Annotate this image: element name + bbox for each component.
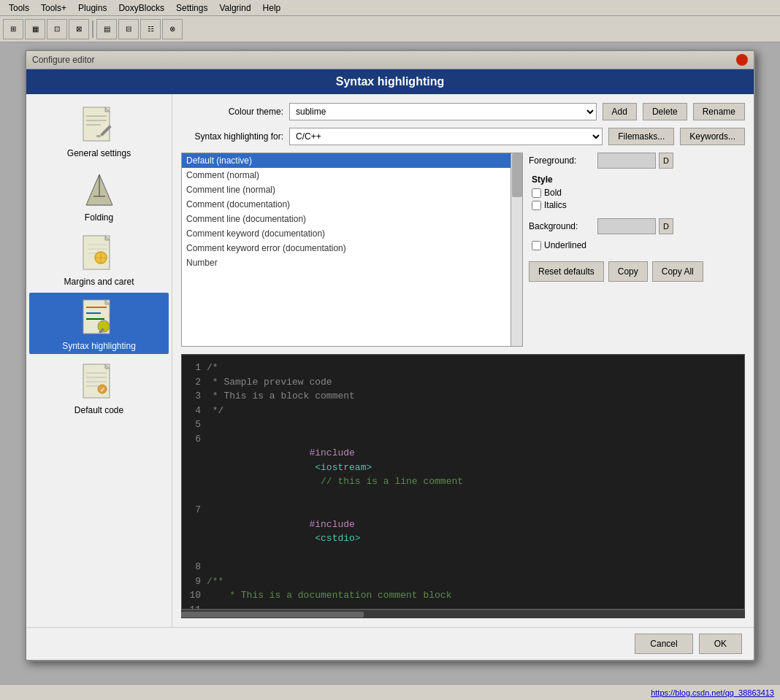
code-line-2: 2 * Sample preview code [182, 375, 744, 390]
dialog-body: General settings Folding [26, 94, 754, 627]
line-content-4: */ [207, 404, 741, 418]
toolbar-btn-1[interactable]: ⊞ [3, 19, 23, 39]
line-content-8 [207, 560, 741, 574]
line-content-2: * Sample preview code [207, 375, 741, 390]
statusbar-url[interactable]: https://blog.csdn.net/qq_38863413 [651, 688, 774, 697]
toolbar-btn-6[interactable]: ⊟ [118, 19, 139, 39]
italics-checkbox[interactable] [532, 201, 541, 210]
configure-editor-dialog: Configure editor Syntax highlighting [25, 50, 755, 661]
toolbar-btn-8[interactable]: ⊗ [162, 19, 183, 39]
background-color-box[interactable] [597, 218, 656, 234]
background-d-button[interactable]: D [659, 218, 673, 234]
style-checkboxes: Style Bold Italics [532, 174, 745, 212]
menu-valgrind[interactable]: Valgrind [213, 1, 256, 15]
italics-label[interactable]: Italics [544, 200, 567, 210]
toolbar: ⊞ ▦ ⊡ ⊠ ▤ ⊟ ☷ ⊗ [0, 16, 780, 42]
line-num-8: 8 [185, 560, 207, 574]
dialog-close-button[interactable] [736, 54, 748, 66]
toolbar-btn-5[interactable]: ▤ [96, 19, 117, 39]
reset-copy-row: Reset defaults Copy Copy All [529, 261, 745, 282]
line-num-4: 4 [185, 404, 207, 418]
toolbar-btn-3[interactable]: ⊡ [47, 19, 67, 39]
line-num-10: 10 [185, 588, 207, 603]
underlined-label[interactable]: Underlined [544, 240, 586, 250]
style-list-item-4[interactable]: Comment line (documentation) [182, 212, 511, 226]
style-list-item-7[interactable]: Number [182, 255, 511, 270]
svg-rect-26 [83, 364, 110, 398]
sidebar-label-syntax: Syntax highlighting [62, 341, 136, 351]
rename-button[interactable]: Rename [693, 103, 745, 120]
code-line-10: 10 * This is a documentation comment blo… [182, 588, 744, 603]
bold-label[interactable]: Bold [544, 188, 562, 198]
code-preview[interactable]: 1 /* 2 * Sample preview code 3 [181, 354, 745, 609]
line-num-2: 2 [185, 375, 207, 390]
line-num-6: 6 [185, 432, 207, 504]
style-list-scrollbar[interactable] [511, 153, 522, 346]
scrollbar-thumb[interactable] [512, 153, 522, 197]
toolbar-btn-4[interactable]: ⊠ [69, 19, 89, 39]
dialog-header: Syntax highlighting [26, 69, 754, 94]
sidebar: General settings Folding [26, 94, 172, 627]
line-num-5: 5 [185, 418, 207, 432]
bold-checkbox[interactable] [532, 188, 541, 198]
colour-theme-select[interactable]: sublime default dark [289, 103, 597, 120]
statusbar: https://blog.csdn.net/qq_38863413 [0, 684, 780, 700]
code-horizontal-scrollbar[interactable] [181, 609, 745, 618]
ok-button[interactable]: OK [699, 634, 742, 654]
sidebar-item-margins-and-caret[interactable]: Margins and caret [29, 228, 169, 290]
style-label: Style [532, 174, 745, 185]
underlined-row: Underlined [532, 240, 745, 250]
dialog-titlebar: Configure editor [26, 51, 754, 69]
sidebar-label-folding: Folding [85, 212, 113, 223]
code-line-11: 11 * @param xxx does this (this is the d… [182, 603, 744, 610]
margins-icon [77, 231, 121, 275]
copy-button[interactable]: Copy [608, 261, 648, 282]
code-scrollbar-thumb[interactable] [181, 612, 364, 618]
cancel-button[interactable]: Cancel [635, 634, 692, 654]
syntax-for-label: Syntax highlighting for: [181, 131, 283, 142]
code-line-8: 8 [182, 560, 744, 574]
style-list-item-0[interactable]: Default (inactive) [182, 153, 511, 168]
folding-icon [77, 167, 121, 211]
toolbar-btn-7[interactable]: ☷ [140, 19, 161, 39]
menu-help[interactable]: Help [257, 1, 287, 15]
style-list-item-5[interactable]: Comment keyword (documentation) [182, 226, 511, 241]
syntax-for-row: Syntax highlighting for: C/C++ Python Ja… [181, 128, 745, 145]
menu-tools[interactable]: Tools [3, 1, 35, 15]
filemasks-button[interactable]: Filemasks... [608, 128, 674, 145]
syntax-for-select[interactable]: C/C++ Python Java HTML [289, 128, 603, 145]
line-content-10: * This is a documentation comment block [207, 588, 741, 603]
dialog-header-text: Syntax highlighting [336, 75, 444, 88]
code-line-5: 5 [182, 418, 744, 432]
line-num-1: 1 [185, 361, 207, 375]
add-button[interactable]: Add [603, 103, 637, 120]
delete-button[interactable]: Delete [643, 103, 687, 120]
foreground-color-box[interactable] [597, 153, 656, 169]
style-list-item-2[interactable]: Comment line (normal) [182, 182, 511, 197]
sidebar-item-folding[interactable]: Folding [29, 164, 169, 226]
menu-doxyblocks[interactable]: DoxyBlocks [112, 1, 170, 15]
sidebar-item-general-settings[interactable]: General settings [29, 100, 169, 161]
menu-plugins[interactable]: Plugins [72, 1, 112, 15]
menu-settings[interactable]: Settings [170, 1, 213, 15]
underlined-checkbox[interactable] [532, 241, 541, 250]
copy-all-button[interactable]: Copy All [652, 261, 703, 282]
italics-row: Italics [532, 200, 745, 210]
background-row: Background: D [529, 218, 745, 234]
reset-defaults-button[interactable]: Reset defaults [529, 261, 604, 282]
svg-rect-11 [83, 236, 110, 269]
foreground-row: Foreground: D [529, 153, 745, 169]
menu-tools-plus[interactable]: Tools+ [35, 1, 72, 15]
keywords-button[interactable]: Keywords... [680, 128, 745, 145]
style-list-item-3[interactable]: Comment (documentation) [182, 197, 511, 212]
sidebar-item-syntax-highlighting[interactable]: Syntax highlighting [29, 293, 169, 354]
syntax-highlighting-icon [77, 296, 121, 339]
foreground-d-button[interactable]: D [659, 153, 673, 169]
code-line-4: 4 */ [182, 404, 744, 418]
style-list-item-1[interactable]: Comment (normal) [182, 168, 511, 182]
toolbar-btn-2[interactable]: ▦ [25, 19, 45, 39]
svg-rect-6 [96, 135, 101, 137]
sidebar-item-default-code[interactable]: ✓ Default code [29, 357, 169, 418]
dialog-overlay: Configure editor Syntax highlighting [0, 42, 780, 678]
style-list-item-6[interactable]: Comment keyword error (documentation) [182, 241, 511, 255]
